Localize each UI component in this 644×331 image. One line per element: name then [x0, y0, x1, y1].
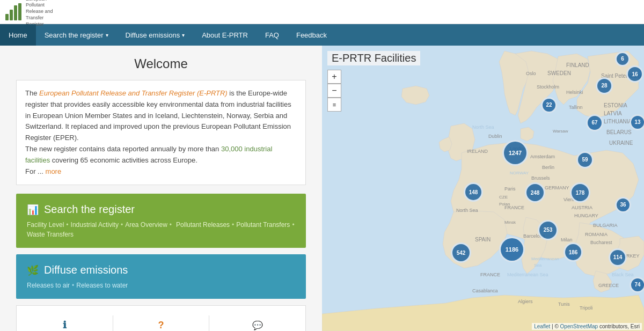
svg-text:Stockholm: Stockholm	[537, 84, 559, 90]
nav-feedback[interactable]: Feedback	[288, 24, 335, 46]
cluster-c3[interactable]: 28	[596, 77, 613, 94]
map-attribution: Leaflet | © OpenStreetMap contributors, …	[532, 323, 642, 330]
cluster-c2[interactable]: 16	[626, 65, 643, 83]
svg-text:BULGARIA: BULGARIA	[593, 223, 618, 228]
svg-text:Bucharest: Bucharest	[590, 240, 612, 245]
map-panel: E-PRTR Facilities	[322, 46, 644, 331]
intro-text1: The	[25, 89, 39, 97]
svg-text:Brussels: Brussels	[531, 175, 550, 181]
main-nav: Home Search the register▾ Diffuse emissi…	[0, 24, 644, 46]
cluster-c13[interactable]: 253	[538, 220, 558, 240]
search-link-waste-transfers[interactable]: Waste Transfers	[27, 231, 74, 238]
contact-feedback-card[interactable]: 💬 Contact &feedback	[209, 313, 305, 331]
leaf-icon: 🌿	[27, 264, 39, 276]
leaflet-link[interactable]: Leaflet	[534, 323, 550, 329]
svg-text:HUNGARY: HUNGARY	[574, 213, 598, 218]
svg-text:Amsterdam: Amsterdam	[530, 154, 555, 159]
logo-bars	[5, 3, 21, 20]
svg-text:BELARUS: BELARUS	[606, 129, 632, 135]
search-link-facility[interactable]: Facility Level	[27, 221, 64, 229]
cluster-c12[interactable]: 36	[615, 197, 631, 213]
zoom-out-button[interactable]: −	[327, 84, 341, 98]
cluster-c16[interactable]: 186	[564, 242, 583, 262]
cluster-c1[interactable]: 6	[615, 52, 630, 67]
svg-text:North Sea: North Sea	[456, 208, 478, 213]
svg-text:Polan: Polan	[499, 202, 510, 207]
diffuse-emissions-card[interactable]: 🌿 Diffuse emissions Releases to air • Re…	[16, 254, 306, 299]
svg-text:Tunis: Tunis	[558, 301, 570, 307]
svg-text:GREECE: GREECE	[598, 283, 619, 288]
logo-bar-1	[5, 14, 9, 20]
nav-diffuse-emissions[interactable]: Diffuse emissions▾	[117, 24, 194, 46]
svg-text:LITHUANIA: LITHUANIA	[604, 119, 632, 124]
chevron-down-icon: ▾	[182, 32, 185, 38]
cluster-c18[interactable]: 74	[630, 277, 644, 293]
logo: EuropeanPollutantRelease andTransferRegi…	[5, 0, 53, 27]
svg-text:Paris: Paris	[504, 186, 516, 192]
map-title: E-PRTR Facilities	[327, 51, 420, 65]
svg-text:GERMANY: GERMANY	[545, 185, 569, 190]
intro-text5: For ...	[25, 167, 46, 175]
nav-search-register[interactable]: Search the register▾	[36, 24, 117, 46]
logo-text: EuropeanPollutantRelease andTransferRegi…	[26, 0, 53, 27]
svg-text:Tripoli: Tripoli	[580, 305, 592, 311]
svg-text:NORWAY: NORWAY	[510, 171, 529, 175]
header: EuropeanPollutantRelease andTransferRegi…	[0, 0, 644, 24]
svg-text:SWEDEN: SWEDEN	[547, 70, 571, 76]
cluster-c17[interactable]: 114	[609, 248, 627, 267]
search-card-links: Facility Level • Industrial Activity • A…	[27, 221, 295, 238]
info-icon: ℹ	[57, 318, 72, 331]
cluster-c5[interactable]: 67	[586, 114, 603, 131]
svg-text:Sea: Sea	[534, 263, 542, 268]
svg-text:Berlin: Berlin	[542, 165, 554, 170]
diffuse-link-water[interactable]: Releases to water	[76, 282, 128, 289]
search-link-pollutant-transfers[interactable]: Pollutant Transfers	[236, 221, 290, 229]
svg-text:UKRAINE: UKRAINE	[609, 140, 633, 146]
nav-home[interactable]: Home	[0, 24, 36, 46]
cluster-c6[interactable]: 13	[630, 114, 644, 130]
search-card-title: 📊 Search the register	[27, 203, 295, 216]
logo-bar-2	[10, 10, 13, 20]
frequent-questions-card[interactable]: ? FrequentQuestions	[113, 313, 209, 331]
question-icon: ?	[153, 318, 169, 331]
nav-about[interactable]: About E-PRTR	[193, 24, 257, 46]
diffuse-card-title: 🌿 Diffuse emissions	[27, 264, 295, 276]
diffuse-card-links: Releases to air • Releases to water	[27, 282, 295, 289]
map-layers-button[interactable]: ≡	[327, 98, 341, 112]
svg-text:Tallinn: Tallinn	[569, 105, 583, 110]
nav-faq[interactable]: FAQ	[257, 24, 288, 46]
svg-text:Dublin: Dublin	[488, 134, 502, 139]
diffuse-link-air[interactable]: Releases to air	[27, 282, 70, 289]
cluster-c7[interactable]: 1247	[502, 140, 528, 166]
zoom-in-button[interactable]: +	[327, 70, 341, 84]
svg-text:AUSTRIA: AUSTRIA	[572, 205, 592, 210]
svg-text:Mediterranean: Mediterranean	[531, 256, 559, 261]
svg-text:ROMANIA: ROMANIA	[585, 232, 608, 237]
search-register-card[interactable]: 📊 Search the register Facility Level • I…	[16, 194, 306, 248]
svg-text:Casablanca: Casablanca	[472, 288, 498, 293]
chevron-down-icon: ▾	[106, 32, 108, 38]
svg-text:Algiers: Algiers	[518, 299, 533, 304]
search-link-industrial[interactable]: Industrial Activity	[71, 221, 119, 229]
svg-text:CZE: CZE	[499, 195, 508, 200]
svg-text:Helsinki: Helsinki	[566, 90, 583, 95]
svg-text:Black Sea: Black Sea	[612, 272, 634, 277]
search-link-pollutant-releases[interactable]: Pollutant Releases	[176, 221, 230, 229]
svg-text:ESTONIA: ESTONIA	[604, 102, 627, 108]
search-link-area[interactable]: Area Overview	[125, 221, 167, 229]
intro-box: The European Pollutant Release and Trans…	[16, 80, 306, 185]
svg-text:Warsaw: Warsaw	[553, 129, 568, 134]
svg-text:FRANCE: FRANCE	[480, 272, 500, 277]
logo-bar-3	[14, 5, 17, 20]
bar-chart-icon: 📊	[27, 204, 39, 216]
pollutant-description-card[interactable]: ℹ Pollutantdescription	[17, 313, 113, 331]
svg-text:IRELAND: IRELAND	[467, 149, 488, 154]
bottom-info-cards: ℹ Pollutantdescription ? FrequentQuestio…	[16, 305, 306, 331]
intro-text3: The new register contains data reported …	[25, 145, 221, 153]
cluster-c14[interactable]: 542	[451, 242, 471, 263]
cluster-c8[interactable]: 59	[576, 151, 594, 168]
eprtr-highlight: European Pollutant Release and Transfer …	[39, 89, 228, 97]
more-link[interactable]: more	[46, 167, 62, 175]
cluster-c4[interactable]: 22	[541, 97, 557, 113]
openstreetmap-link[interactable]: OpenStreetMap	[560, 323, 598, 329]
